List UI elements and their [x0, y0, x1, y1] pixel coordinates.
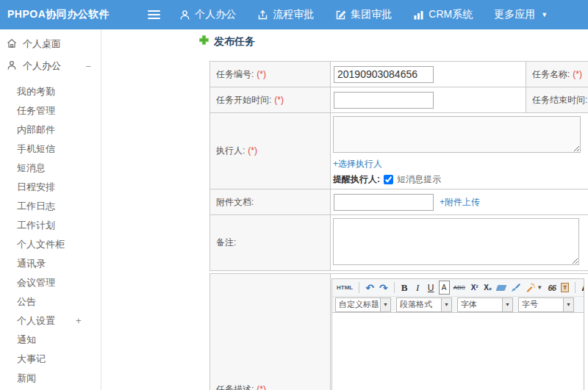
underline-button[interactable]: U	[426, 281, 437, 295]
subscript-button[interactable]: X₂	[482, 281, 493, 295]
sidebar-item-label: 个人桌面	[23, 37, 61, 51]
bar-chart-icon	[413, 10, 424, 21]
sidebar-submenu-item[interactable]: 工作计划	[0, 216, 101, 235]
remark-textarea[interactable]	[333, 218, 579, 265]
sidebar-submenu: 我的考勤 任务管理 内部邮件 手机短信	[0, 82, 101, 388]
sms-remind-label: 短消息提示	[397, 173, 441, 186]
chevron-down-icon[interactable]: ▼	[381, 297, 391, 312]
bold-button[interactable]: B	[399, 281, 410, 295]
undo-button[interactable]: ↶	[364, 281, 376, 295]
nav-personal-office[interactable]: 个人办公	[179, 8, 236, 21]
chevron-down-icon: ▼	[541, 11, 548, 18]
sidebar-submenu-item[interactable]: 内部邮件	[0, 120, 101, 140]
sidebar-submenu-item[interactable]: 短消息	[0, 159, 101, 178]
task-name-label: 任务名称:	[532, 69, 570, 79]
blockquote-button[interactable]: 66	[546, 281, 557, 295]
editor-toolbar-row1: HTML ↶ ↷ B I U A ABC X²	[332, 279, 584, 296]
page-title-text: 发布任务	[214, 35, 255, 48]
eraser-button[interactable]	[495, 281, 507, 295]
richtext-editor: HTML ↶ ↷ B I U A ABC X²	[331, 278, 584, 390]
html-source-button[interactable]: HTML	[335, 281, 354, 295]
font-family-dropdown[interactable]: 字体▼	[457, 297, 513, 312]
nav-process-approval[interactable]: 流程审批	[257, 8, 314, 21]
sidebar-submenu-item[interactable]: 个人文件柜	[0, 235, 101, 254]
required-mark: (*)	[274, 95, 284, 105]
sidebar-submenu-item[interactable]: 手机短信	[0, 140, 101, 159]
expand-icon[interactable]: +	[76, 311, 82, 331]
format-brush-button[interactable]	[509, 281, 522, 295]
collapse-icon[interactable]: −	[85, 61, 91, 72]
menu-toggle-icon[interactable]	[148, 8, 160, 21]
attachment-input[interactable]	[334, 194, 434, 211]
attachment-upload-link[interactable]: +附件上传	[440, 196, 480, 209]
chevron-down-icon[interactable]: ▼	[442, 297, 452, 312]
heading-dropdown[interactable]: 自定义标题▼	[335, 297, 391, 312]
sidebar-item-personal-office[interactable]: 个人办公 −	[0, 55, 101, 77]
table-row: 执行人:(*) +选择执行人 提醒执行人: 短消息提示	[210, 113, 588, 189]
brush-icon	[511, 283, 520, 292]
sidebar-submenu-item[interactable]: 任务管理	[0, 101, 101, 120]
clipboard-icon: T	[561, 283, 569, 292]
sidebar-submenu-item[interactable]: 会议管理	[0, 273, 101, 292]
nav-more-apps[interactable]: 更多应用 ▼	[494, 8, 548, 21]
user-icon	[7, 60, 17, 73]
sidebar-submenu-item[interactable]: 工作日志	[0, 197, 101, 216]
paste-button[interactable]: T	[559, 281, 570, 295]
sms-remind-checkbox[interactable]	[384, 175, 393, 184]
sidebar-submenu-item[interactable]: 通知	[0, 331, 101, 350]
edit-icon	[335, 10, 346, 21]
executor-label: 执行人:	[216, 145, 245, 156]
sidebar-submenu-item[interactable]: 公告	[0, 292, 101, 311]
start-time-input[interactable]	[334, 92, 434, 109]
magic-wand-icon	[526, 283, 535, 292]
nav-group-approval[interactable]: 集团审批	[335, 8, 392, 21]
main-content: 发布任务 任务编号:(*) 任务名称:(*) 任务开始时间:(*) 任务结束时间…	[102, 29, 588, 390]
chevron-down-icon[interactable]: ▼	[564, 297, 574, 312]
sidebar-submenu-item[interactable]: 日程安排	[0, 178, 101, 197]
sidebar-submenu-item[interactable]: 个人设置 +	[0, 311, 101, 331]
font-color-button[interactable]: A▼	[580, 281, 584, 295]
required-mark: (*)	[573, 69, 582, 79]
required-mark: (*)	[257, 384, 266, 390]
add-plus-icon	[198, 35, 209, 48]
chevron-down-icon: ▼	[537, 284, 542, 291]
end-time-label: 任务结束时间:	[532, 95, 587, 105]
home-icon	[7, 38, 17, 51]
workflow-icon	[257, 10, 268, 21]
font-size-dropdown[interactable]: 字号▼	[518, 297, 574, 312]
user-icon	[179, 10, 190, 21]
required-mark: (*)	[257, 69, 266, 79]
nav-crm-system[interactable]: CRM系统	[413, 8, 473, 21]
sidebar-submenu-item[interactable]: 我的考勤	[0, 82, 101, 101]
executor-textarea[interactable]	[333, 116, 581, 153]
strikethrough-button[interactable]: ABC	[452, 281, 467, 295]
start-time-label: 任务开始时间:	[216, 95, 271, 105]
eraser-icon	[496, 285, 507, 291]
table-row: 任务编号:(*) 任务名称:(*)	[210, 62, 588, 87]
sidebar-submenu-item[interactable]: 大事记	[0, 350, 101, 369]
top-navigation: 个人办公 流程审批 集团审批 CRM系统 更多应用 ▼	[179, 8, 569, 21]
app-screen: PHPOA协同办公软件 个人办公 流程审批 集团审批 CRM系统 更多应用 ▼	[0, 0, 588, 390]
paragraph-format-dropdown[interactable]: 段落格式▼	[396, 297, 452, 312]
font-style-button[interactable]: A	[439, 281, 450, 295]
remind-executor-label: 提醒执行人:	[333, 173, 380, 186]
choose-executor-link[interactable]: +选择执行人	[333, 159, 382, 169]
sidebar-submenu-item[interactable]: 新闻	[0, 369, 101, 388]
table-row: 备注:	[210, 215, 588, 271]
attachment-label: 附件文档:	[216, 197, 254, 207]
sidebar-item-desktop[interactable]: 个人桌面	[0, 33, 101, 55]
page-title: 发布任务	[198, 35, 255, 48]
editor-toolbar-row2: 自定义标题▼ 段落格式▼ 字体▼ 字号▼	[332, 296, 584, 313]
task-form: 任务编号:(*) 任务名称:(*) 任务开始时间:(*) 任务结束时间:(*) …	[209, 61, 588, 390]
magic-wand-button[interactable]: ▼	[524, 281, 544, 295]
table-row: 附件文档: +附件上传	[210, 189, 588, 215]
task-no-input[interactable]	[334, 66, 434, 83]
editor-content-area[interactable]	[332, 313, 584, 390]
redo-button[interactable]: ↷	[378, 281, 390, 295]
app-logo: PHPOA协同办公软件	[7, 8, 110, 21]
sidebar-submenu-item[interactable]: 通讯录	[0, 254, 101, 273]
task-form-table: 任务编号:(*) 任务名称:(*) 任务开始时间:(*) 任务结束时间:(*) …	[209, 61, 588, 271]
chevron-down-icon[interactable]: ▼	[503, 297, 513, 312]
superscript-button[interactable]: X²	[469, 281, 480, 295]
italic-button[interactable]: I	[412, 281, 423, 295]
